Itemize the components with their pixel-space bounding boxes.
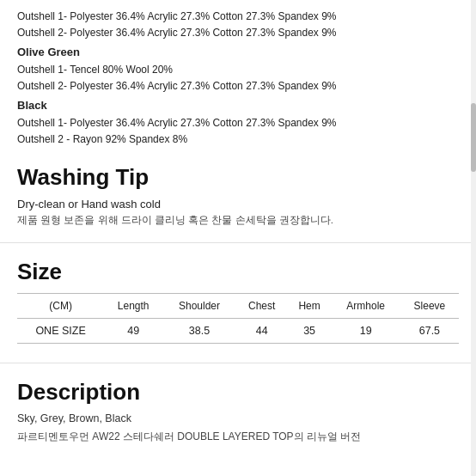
- size-row-hem: 35: [288, 318, 332, 343]
- black-label: Black: [17, 97, 459, 115]
- washing-main-text: Dry-clean or Hand wash cold: [17, 198, 459, 211]
- size-table-header-row: (CM) Length Shoulder Chest Hem Armhole S…: [17, 293, 459, 318]
- size-row-chest: 44: [236, 318, 288, 343]
- size-row-shoulder: 38.5: [162, 318, 235, 343]
- size-table-sleeve-header: Sleeve: [400, 293, 459, 318]
- prev-line1: Outshell 1- Polyester 36.4% Acrylic 27.3…: [17, 9, 459, 25]
- description-colors: Sky, Grey, Brown, Black: [17, 412, 459, 424]
- scrollbar-thumb[interactable]: [471, 103, 476, 172]
- size-table-shoulder-header: Shoulder: [162, 293, 235, 318]
- size-table-hem-header: Hem: [288, 293, 332, 318]
- size-row-armhole: 19: [332, 318, 400, 343]
- olive-shell1: Outshell 1- Tencel 80% Wool 20%: [17, 62, 459, 78]
- black-block: Black Outshell 1- Polyester 36.4% Acryli…: [17, 97, 459, 147]
- olive-green-block: Olive Green Outshell 1- Tencel 80% Wool …: [17, 44, 459, 94]
- top-section: Outshell 1- Polyester 36.4% Acrylic 27.3…: [0, 0, 476, 156]
- size-row-sleeve: 67.5: [400, 318, 459, 343]
- table-row: ONE SIZE 49 38.5 44 35 19 67.5: [17, 318, 459, 343]
- description-section: Description Sky, Grey, Brown, Black 파르티멘…: [0, 370, 476, 454]
- washing-sub-text: 제품 원형 보존을 위해 드라이 클리닝 혹은 찬물 손세탁을 권장합니다.: [17, 214, 459, 227]
- size-title: Size: [17, 259, 459, 285]
- description-text: 파르티멘토우먼 AW22 스테다쉐러 DOUBLE LAYERED TOP의 리…: [17, 429, 459, 445]
- black-shell1: Outshell 1- Polyester 36.4% Acrylic 27.3…: [17, 115, 459, 131]
- prev-line2: Outshell 2- Polyester 36.4% Acrylic 27.3…: [17, 25, 459, 41]
- size-table-armhole-header: Armhole: [332, 293, 400, 318]
- olive-green-label: Olive Green: [17, 44, 459, 62]
- divider-1: [0, 242, 476, 243]
- description-title: Description: [17, 379, 459, 406]
- scrollbar[interactable]: [471, 0, 476, 476]
- size-table: (CM) Length Shoulder Chest Hem Armhole S…: [17, 293, 459, 344]
- size-table-unit-header: (CM): [17, 293, 104, 318]
- size-table-length-header: Length: [104, 293, 162, 318]
- black-shell2: Outshell 2 - Rayon 92% Spandex 8%: [17, 131, 459, 148]
- page-container: Outshell 1- Polyester 36.4% Acrylic 27.3…: [0, 0, 476, 453]
- divider-2: [0, 363, 476, 363]
- washing-title: Washing Tip: [17, 164, 459, 191]
- size-row-label: ONE SIZE: [17, 318, 104, 343]
- size-section: Size (CM) Length Shoulder Chest Hem Armh…: [0, 250, 476, 355]
- size-row-length: 49: [104, 318, 162, 343]
- olive-shell2: Outshell 2- Polyester 36.4% Acrylic 27.3…: [17, 78, 459, 95]
- washing-section: Washing Tip Dry-clean or Hand wash cold …: [0, 156, 476, 235]
- prev-material-block: Outshell 1- Polyester 36.4% Acrylic 27.3…: [17, 9, 459, 40]
- size-table-chest-header: Chest: [236, 293, 288, 318]
